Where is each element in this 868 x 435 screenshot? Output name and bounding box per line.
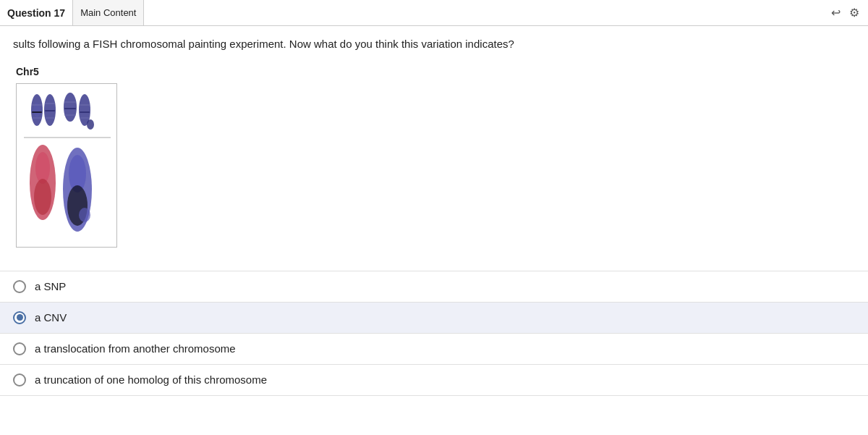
svg-rect-6: [45, 103, 55, 104]
svg-rect-3: [32, 111, 42, 113]
svg-rect-7: [45, 110, 55, 111]
option-row-cnv[interactable]: a CNV: [0, 302, 868, 333]
svg-rect-12: [64, 114, 76, 116]
option-label-translocation: a translocation from another chromosome: [35, 342, 236, 355]
option-row-snp[interactable]: a SNP: [0, 271, 868, 302]
option-label-cnv: a CNV: [35, 311, 67, 324]
options-area: a SNPa CNVa translocation from another c…: [0, 271, 868, 396]
option-row-truncation[interactable]: a truncation of one homolog of this chro…: [0, 364, 868, 396]
main-content-tab[interactable]: Main Content: [73, 0, 144, 25]
back-icon[interactable]: ↩: [831, 6, 841, 20]
header-icons: ↩ ⚙: [822, 0, 868, 25]
settings-icon[interactable]: ⚙: [849, 6, 859, 20]
svg-point-21: [34, 179, 51, 215]
header-bar: Question 17 Main Content ↩ ⚙: [0, 0, 868, 26]
chromosome-image-box: [16, 83, 117, 248]
radio-truncation[interactable]: [13, 373, 26, 387]
svg-rect-11: [64, 108, 76, 109]
svg-rect-15: [80, 111, 90, 113]
radio-snp[interactable]: [13, 280, 26, 293]
svg-rect-10: [64, 101, 76, 103]
svg-point-17: [87, 119, 94, 130]
svg-rect-8: [45, 117, 55, 119]
header-spacer: [144, 0, 822, 25]
svg-point-25: [79, 208, 90, 222]
option-label-truncation: a truncation of one homolog of this chro…: [35, 373, 267, 386]
svg-rect-16: [80, 117, 90, 119]
svg-rect-2: [32, 104, 42, 106]
question-text: sults following a FISH chromosomal paint…: [0, 26, 868, 59]
option-label-snp: a SNP: [35, 280, 66, 292]
radio-inner-cnv: [17, 314, 23, 321]
chr-label: Chr5: [0, 59, 868, 80]
question-label: Question 17: [0, 0, 73, 25]
radio-translocation[interactable]: [13, 342, 26, 355]
radio-cnv[interactable]: [13, 311, 26, 324]
option-row-translocation[interactable]: a translocation from another chromosome: [0, 333, 868, 364]
svg-point-9: [64, 93, 77, 122]
svg-rect-14: [80, 104, 90, 106]
chromosome-svg: [21, 88, 114, 240]
svg-rect-4: [32, 117, 42, 119]
